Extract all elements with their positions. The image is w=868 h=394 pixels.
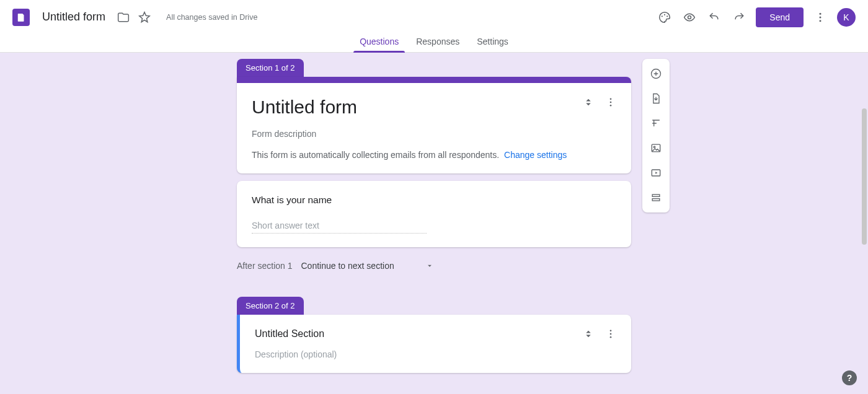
svg-point-5	[820, 16, 822, 18]
collapse-section-2-icon[interactable]	[583, 328, 594, 339]
save-status: All changes saved in Drive	[166, 13, 257, 22]
workspace: Section 1 of 2 Untitled form Form descri…	[0, 53, 868, 394]
svg-point-1	[664, 14, 665, 15]
scrollbar[interactable]	[862, 108, 867, 245]
svg-rect-17	[652, 195, 660, 196]
section-1-tab[interactable]: Section 1 of 2	[237, 59, 304, 77]
change-settings-link[interactable]: Change settings	[504, 150, 567, 160]
redo-icon[interactable]	[731, 9, 747, 25]
svg-point-15	[653, 146, 655, 148]
tab-responses[interactable]: Responses	[414, 34, 462, 52]
after-section-1-row: After section 1 Continue to next section	[237, 261, 631, 271]
question-card-1[interactable]: What is your name Short answer text	[237, 181, 631, 247]
question-1-answer-placeholder: Short answer text	[252, 221, 427, 234]
section-1-header-card[interactable]: Untitled form Form description This form…	[237, 77, 631, 173]
svg-point-6	[820, 20, 822, 22]
svg-point-12	[610, 336, 612, 338]
form-title[interactable]: Untitled form	[42, 11, 105, 24]
star-icon[interactable]	[136, 9, 153, 25]
question-1-text[interactable]: What is your name	[252, 195, 616, 206]
forms-logo[interactable]	[12, 9, 30, 26]
section-1-title[interactable]: Untitled form	[252, 97, 583, 118]
collapse-section-icon[interactable]	[583, 97, 594, 108]
tab-questions[interactable]: Questions	[357, 34, 401, 52]
move-to-folder-icon[interactable]	[115, 9, 131, 25]
section-2-description[interactable]: Description (optional)	[255, 349, 616, 359]
add-title-icon[interactable]	[647, 115, 665, 132]
account-avatar[interactable]: K	[837, 8, 856, 27]
svg-point-4	[820, 12, 822, 14]
add-video-icon[interactable]	[647, 164, 665, 182]
svg-point-2	[666, 15, 668, 17]
main-tabs: Questions Responses Settings	[0, 34, 868, 53]
send-button[interactable]: Send	[756, 7, 804, 27]
section-2-more-icon[interactable]	[605, 328, 616, 339]
section-1-description[interactable]: Form description	[252, 129, 616, 139]
svg-point-9	[610, 105, 612, 107]
import-questions-icon[interactable]	[647, 90, 665, 107]
section-more-icon[interactable]	[605, 97, 616, 108]
help-icon[interactable]: ?	[842, 370, 857, 385]
svg-point-11	[610, 333, 612, 335]
question-toolbar	[642, 59, 670, 212]
section-2-title[interactable]: Untitled Section	[255, 328, 583, 339]
add-section-icon[interactable]	[647, 189, 665, 206]
svg-point-3	[688, 15, 691, 19]
svg-point-7	[610, 98, 612, 100]
svg-point-10	[610, 330, 612, 331]
section-2-header-card[interactable]: Untitled Section Description (optional)	[237, 315, 631, 373]
svg-point-8	[610, 102, 612, 103]
svg-point-0	[662, 15, 663, 17]
svg-rect-18	[652, 199, 660, 201]
tab-settings[interactable]: Settings	[474, 34, 511, 52]
add-image-icon[interactable]	[647, 139, 665, 157]
more-icon[interactable]	[812, 9, 828, 25]
after-section-1-label: After section 1	[237, 261, 293, 271]
preview-icon[interactable]	[681, 9, 698, 25]
undo-icon[interactable]	[706, 9, 722, 25]
theme-icon[interactable]	[657, 9, 673, 25]
app-header: Untitled form All changes saved in Drive…	[0, 0, 868, 34]
add-question-icon[interactable]	[647, 65, 665, 82]
email-collect-notice: This form is automatically collecting em…	[252, 150, 616, 160]
after-section-1-dropdown[interactable]: Continue to next section	[301, 261, 434, 271]
section-2-tab[interactable]: Section 2 of 2	[237, 297, 304, 315]
